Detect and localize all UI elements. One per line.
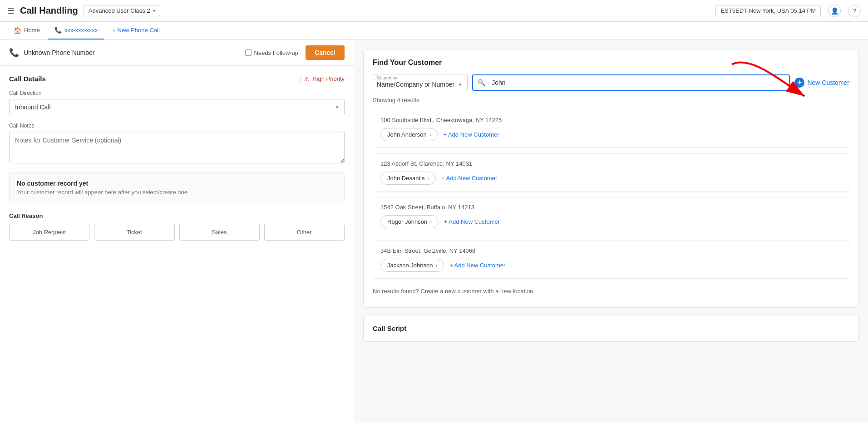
no-results-text: No results found? Create a new customer … xyxy=(373,284,849,298)
phone-bar-left: 📞 Unknown Phone Number xyxy=(9,48,94,58)
call-reason-label: Call Reason xyxy=(9,212,345,219)
follow-up-checkbox[interactable] xyxy=(245,49,252,56)
result-item-3: 34B Elm Street, Getzville, NY 14068 Jack… xyxy=(373,241,849,279)
search-input-wrapper: 🔍 xyxy=(472,74,790,91)
result-actions-2: Roger Johnson › + Add New Customer xyxy=(380,215,842,228)
high-priority-label: High Priority xyxy=(312,75,345,82)
customer-name-1: John Desantis xyxy=(387,175,424,182)
phone-bar-right: Needs Follow-up Cancel xyxy=(245,45,345,60)
new-customer-plus-icon: + xyxy=(794,78,804,88)
result-item-0: 100 Southside Blvd., Cheektowaga, NY 142… xyxy=(373,110,849,148)
result-actions-0: John Anderson › + Add New Customer xyxy=(380,128,842,141)
tab-phone-label: xxx-xxx-xxxx xyxy=(64,27,98,34)
add-customer-link-1[interactable]: + Add New Customer xyxy=(441,175,497,182)
top-nav: ☰ Call Handling Advanced User Class 2 ▾ … xyxy=(0,0,868,22)
reason-btn-other[interactable]: Other xyxy=(264,224,345,241)
result-actions-3: Jackson Johnson › + Add New Customer xyxy=(380,259,842,272)
no-customer-desc: Your customer record will appear here af… xyxy=(17,189,337,196)
call-direction-chevron-icon: ▾ xyxy=(336,104,339,110)
add-customer-link-0[interactable]: + Add New Customer xyxy=(443,131,499,138)
call-details-header: Call Details ⚠ High Priority xyxy=(9,75,345,83)
customer-name-btn-3[interactable]: Jackson Johnson › xyxy=(380,259,444,272)
search-row: Search by Name/Company or Number ▾ 🔍 + N… xyxy=(373,74,849,91)
main-content: 📞 Unknown Phone Number Needs Follow-up C… xyxy=(0,40,868,423)
new-customer-label: New Customer xyxy=(807,79,849,86)
search-by-label: Search by xyxy=(377,75,397,80)
call-reason-group: Call Reason Job Request Ticket Sales Oth… xyxy=(9,212,345,241)
call-notes-textarea[interactable] xyxy=(9,132,345,163)
customer-chevron-icon-3: › xyxy=(435,263,437,268)
call-direction-group: Call Direction Inbound Call ▾ xyxy=(9,90,345,115)
call-direction-select[interactable]: Inbound Call ▾ xyxy=(9,99,345,115)
add-customer-link-2[interactable]: + Add New Customer xyxy=(444,218,500,225)
call-direction-value: Inbound Call xyxy=(15,103,51,111)
cancel-button[interactable]: Cancel xyxy=(306,45,345,60)
call-details-title: Call Details xyxy=(9,75,46,83)
no-customer-box: No customer record yet Your customer rec… xyxy=(9,172,345,203)
search-icon: 🔍 xyxy=(473,75,490,90)
follow-up-text: Needs Follow-up xyxy=(254,49,299,56)
customer-name-btn-1[interactable]: John Desantis › xyxy=(380,172,436,185)
left-panel: 📞 Unknown Phone Number Needs Follow-up C… xyxy=(0,40,354,423)
class-selector-label: Advanced User Class 2 xyxy=(89,7,150,14)
call-script-title: Call Script xyxy=(373,325,849,332)
find-customer-section: Find Your Customer Search by Name/Compan… xyxy=(363,49,859,308)
search-by-value: Name/Company or Number xyxy=(377,81,454,88)
tab-home[interactable]: 🏠 Home xyxy=(7,22,46,39)
tab-home-label: Home xyxy=(24,27,40,34)
search-by-select[interactable]: Search by Name/Company or Number ▾ xyxy=(373,74,468,91)
result-address-3: 34B Elm Street, Getzville, NY 14068 xyxy=(380,247,842,254)
call-details-section: Call Details ⚠ High Priority Call Direct… xyxy=(0,66,354,257)
nav-right: EST5EDT-New York, USA 05:14 PM 👤 ? xyxy=(715,5,861,17)
tab-new-label: + New Phone Call xyxy=(112,27,159,34)
customer-chevron-icon-1: › xyxy=(427,176,429,181)
customer-search-input[interactable] xyxy=(490,75,789,90)
class-selector[interactable]: Advanced User Class 2 ▾ xyxy=(84,5,160,16)
new-customer-button[interactable]: + New Customer xyxy=(794,78,849,88)
search-by-chevron-icon: ▾ xyxy=(459,82,462,88)
result-address-0: 100 Southside Blvd., Cheektowaga, NY 142… xyxy=(380,117,842,123)
tab-phone[interactable]: 📞 xxx-xxx-xxxx xyxy=(48,22,104,39)
home-icon: 🏠 xyxy=(14,27,21,34)
right-panel-wrapper: Find Your Customer Search by Name/Compan… xyxy=(354,40,868,423)
result-address-2: 1542 Oak Street, Buffalo, NY 14213 xyxy=(380,204,842,211)
reason-buttons: Job Request Ticket Sales Other xyxy=(9,224,345,241)
find-customer-title: Find Your Customer xyxy=(373,59,849,67)
clock-display: EST5EDT-New York, USA 05:14 PM xyxy=(715,5,821,16)
reason-btn-sales[interactable]: Sales xyxy=(179,224,260,241)
phone-tab-icon: 📞 xyxy=(54,27,62,34)
priority-checkbox[interactable] xyxy=(295,76,301,82)
customer-name-2: Roger Johnson xyxy=(387,218,427,225)
priority-icon: ⚠ xyxy=(304,75,310,83)
help-icon[interactable]: ? xyxy=(848,5,861,17)
add-customer-link-3[interactable]: + Add New Customer xyxy=(449,262,505,269)
result-item-2: 1542 Oak Street, Buffalo, NY 14213 Roger… xyxy=(373,197,849,235)
follow-up-label: Needs Follow-up xyxy=(245,49,299,56)
phone-icon: 📞 xyxy=(9,48,19,58)
customer-name-btn-0[interactable]: John Anderson › xyxy=(380,128,438,141)
customer-name-0: John Anderson xyxy=(387,131,427,138)
chevron-down-icon: ▾ xyxy=(153,8,155,13)
customer-name-btn-2[interactable]: Roger Johnson › xyxy=(380,215,439,228)
call-notes-group: Call Notes xyxy=(9,123,345,165)
tab-new-call[interactable]: + New Phone Call xyxy=(106,22,166,39)
call-notes-label: Call Notes xyxy=(9,123,345,129)
result-address-1: 123 Asdorf St, Clarence, NY 14031 xyxy=(380,160,842,167)
reason-btn-job-request[interactable]: Job Request xyxy=(9,224,89,241)
nav-left: ☰ Call Handling Advanced User Class 2 ▾ xyxy=(7,5,160,16)
call-script-section: Call Script xyxy=(363,315,859,342)
customer-chevron-icon-2: › xyxy=(430,219,432,225)
phone-bar: 📞 Unknown Phone Number Needs Follow-up C… xyxy=(0,40,354,66)
user-icon[interactable]: 👤 xyxy=(828,5,841,17)
results-count: Showing 4 results xyxy=(373,97,849,103)
customer-chevron-icon-0: › xyxy=(429,132,431,138)
result-item-1: 123 Asdorf St, Clarence, NY 14031 John D… xyxy=(373,153,849,192)
phone-number: Unknown Phone Number xyxy=(24,49,94,56)
high-priority-indicator: ⚠ High Priority xyxy=(295,75,345,83)
result-actions-1: John Desantis › + Add New Customer xyxy=(380,172,842,185)
hamburger-icon[interactable]: ☰ xyxy=(7,6,15,16)
no-customer-title: No customer record yet xyxy=(17,180,337,187)
reason-btn-ticket[interactable]: Ticket xyxy=(94,224,174,241)
call-direction-label: Call Direction xyxy=(9,90,345,96)
app-title: Call Handling xyxy=(20,5,78,16)
